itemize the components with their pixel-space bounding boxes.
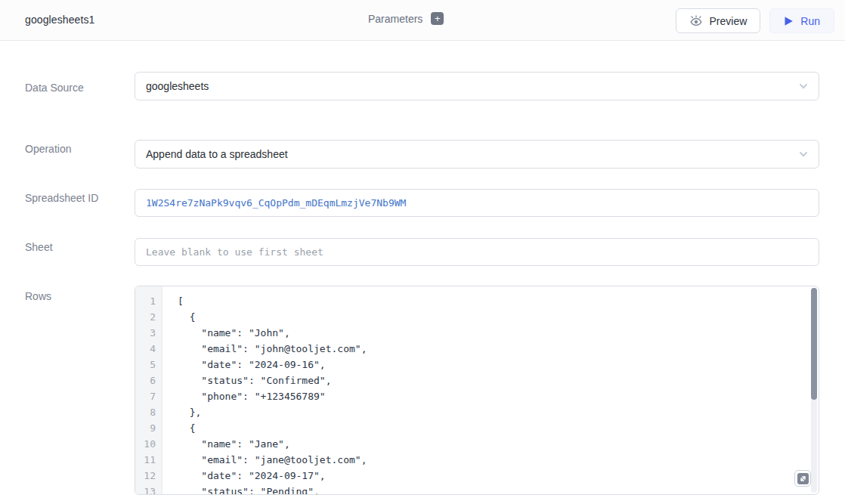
code-line: "status": "Confirmed", <box>178 373 819 388</box>
line-number: 10 <box>135 436 156 452</box>
line-number: 11 <box>135 452 156 468</box>
run-button[interactable]: Run <box>769 8 834 33</box>
editor-scrollbar-track[interactable] <box>811 288 817 493</box>
line-number: 7 <box>135 388 156 404</box>
spreadsheet-id-label: Spreadsheet ID <box>25 192 98 204</box>
line-number: 5 <box>135 357 156 373</box>
line-number: 13 <box>135 484 156 495</box>
line-number: 9 <box>135 420 156 436</box>
code-line: "name": "John", <box>178 325 819 341</box>
plus-icon: + <box>435 14 441 23</box>
line-number: 4 <box>135 341 156 357</box>
rows-editor-code[interactable]: [ { "name": "John", "email": "john@toolj… <box>162 286 819 494</box>
code-line: "date": "2024-09-17", <box>178 468 819 484</box>
query-editor-page: { "colors": { "accent_blue": "#4662e8", … <box>0 0 845 504</box>
data-source-value: googlesheets <box>146 80 209 92</box>
code-line: { <box>178 420 819 436</box>
parameters-label: Parameters <box>368 13 422 25</box>
editor-scrollbar-thumb[interactable] <box>811 288 817 400</box>
preview-button[interactable]: Preview <box>676 8 761 33</box>
code-line: { <box>178 309 819 325</box>
line-number: 3 <box>135 325 156 341</box>
header-actions: Preview Run <box>676 8 834 33</box>
line-number: 2 <box>135 309 156 325</box>
sheet-label: Sheet <box>25 241 53 253</box>
operation-label: Operation <box>25 143 71 155</box>
spreadsheet-id-field <box>135 189 819 217</box>
line-number: 6 <box>135 373 156 388</box>
query-header: googlesheets1 Parameters + Preview <box>0 0 845 41</box>
play-icon <box>784 16 794 26</box>
sheet-field <box>135 238 819 266</box>
code-line: "email": "jane@tooljet.com", <box>178 452 819 468</box>
rows-code-editor[interactable]: 12345678910111213 [ { "name": "John", "e… <box>135 286 819 495</box>
code-line: "date": "2024-09-16", <box>178 357 819 373</box>
line-number: 1 <box>135 293 156 309</box>
code-line: [ <box>178 293 819 309</box>
add-parameter-button[interactable]: + <box>431 12 444 25</box>
data-source-select[interactable]: googlesheets <box>135 72 819 100</box>
operation-value: Append data to a spreadsheet <box>146 148 288 160</box>
code-line: "name": "Jane", <box>178 436 819 452</box>
line-number: 12 <box>135 468 156 484</box>
rows-editor-gutter: 12345678910111213 <box>135 286 162 494</box>
run-button-label: Run <box>800 15 820 27</box>
line-number: 8 <box>135 404 156 420</box>
spreadsheet-id-input[interactable] <box>146 197 808 209</box>
preview-button-label: Preview <box>710 15 748 27</box>
chevron-down-icon <box>797 80 809 92</box>
code-line: "email": "john@tooljet.com", <box>178 341 819 357</box>
eye-icon <box>689 15 703 26</box>
sheet-input[interactable] <box>146 246 808 258</box>
data-source-label: Data Source <box>25 82 84 94</box>
code-line: }, <box>178 404 819 420</box>
query-name: googlesheets1 <box>25 14 94 26</box>
operation-select[interactable]: Append data to a spreadsheet <box>135 140 819 169</box>
code-line: "status": "Pending", <box>178 484 819 494</box>
query-form: Data Source googlesheets Operation Appen… <box>0 42 845 504</box>
chevron-down-icon <box>797 148 809 160</box>
parameters-group: Parameters + <box>368 12 444 25</box>
rows-label: Rows <box>25 290 51 302</box>
expand-icon <box>797 473 809 484</box>
code-line: "phone": "+123456789" <box>178 388 819 404</box>
expand-editor-button[interactable] <box>794 470 811 487</box>
